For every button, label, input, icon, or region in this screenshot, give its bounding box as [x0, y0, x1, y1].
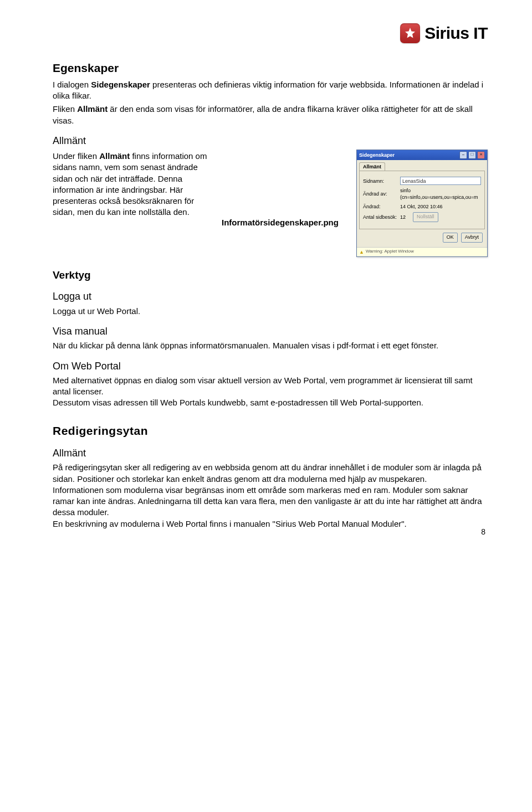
- subheading-allmant: Allmänt: [53, 134, 488, 147]
- subheading-loggaut: Logga ut: [53, 290, 488, 303]
- input-sidnamn[interactable]: LenasSida: [400, 177, 481, 185]
- text: finns information om sidans namn, vem so…: [53, 151, 207, 217]
- para-redigeringsytan: På redigeringsytan sker all redigering a…: [53, 462, 488, 530]
- text: Under fliken: [53, 151, 99, 161]
- subheading-allmant2: Allmänt: [53, 446, 488, 460]
- button-nollstall[interactable]: Nollställ: [413, 212, 438, 222]
- value-antal: 12: [400, 214, 410, 220]
- para-egenskaper-2: Fliken Allmänt är den enda som visas för…: [53, 104, 488, 126]
- star-icon: [400, 23, 420, 43]
- text: I dialogen: [53, 80, 91, 89]
- tab-allmant[interactable]: Allmänt: [359, 162, 385, 171]
- dialog-titlebar: Sidegenskaper – □ ×: [357, 150, 487, 160]
- button-ok[interactable]: OK: [443, 233, 458, 243]
- label-andradav: Ändrad av:: [363, 191, 397, 197]
- label-antal: Antal sidbesök:: [363, 214, 397, 220]
- warning-text: Warning: Applet Window: [366, 249, 414, 255]
- dialog-sidegenskaper: Sidegenskaper – □ × Allmänt Sidnamn: Len…: [356, 150, 488, 257]
- applet-warning: ▲ Warning: Applet Window: [357, 247, 487, 256]
- header-logo: Sirius IT: [53, 22, 488, 45]
- subheading-omwebportal: Om Web Portal: [53, 359, 488, 373]
- para-omwebportal: Med alternativet öppnas en dialog som vi…: [53, 375, 488, 409]
- label-andrad: Ändrad:: [363, 203, 397, 210]
- para-egenskaper-1: I dialogen Sidegenskaper presenteras och…: [53, 79, 488, 102]
- logo-text: Sirius IT: [424, 22, 488, 45]
- text-bold: Allmänt: [99, 151, 130, 161]
- heading-verktyg: Verktyg: [53, 268, 488, 282]
- figure-caption: Informatörsidegenskaper.png: [222, 178, 339, 228]
- close-icon[interactable]: ×: [477, 151, 485, 159]
- minimize-icon[interactable]: –: [459, 151, 467, 159]
- value-andrad: 14 Okt, 2002 10:46: [400, 203, 481, 210]
- maximize-icon[interactable]: □: [468, 151, 476, 159]
- text: Fliken: [53, 104, 77, 114]
- subheading-visamanual: Visa manual: [53, 325, 488, 338]
- heading-egenskaper: Egenskaper: [53, 60, 488, 76]
- label-sidnamn: Sidnamn:: [363, 178, 397, 184]
- dialog-title: Sidegenskaper: [359, 152, 395, 158]
- text: är den enda som visas för informatörer, …: [53, 104, 473, 125]
- para-visamanual: När du klickar på denna länk öppnas info…: [53, 340, 488, 351]
- heading-redigeringsytan: Redigeringsytan: [53, 423, 488, 439]
- text-bold: Sidegenskaper: [91, 80, 150, 89]
- button-avbryt[interactable]: Avbryt: [461, 233, 483, 243]
- page-number: 8: [481, 527, 485, 537]
- para-allmant: Under fliken Allmänt finns information o…: [53, 150, 211, 220]
- warning-icon: ▲: [359, 249, 364, 255]
- value-andradav: sinfo (cn=sinfo,ou=users,ou=spica,ou=m: [400, 187, 481, 201]
- text-bold: Allmänt: [77, 104, 108, 114]
- para-loggaut: Logga ut ur Web Portal.: [53, 306, 488, 317]
